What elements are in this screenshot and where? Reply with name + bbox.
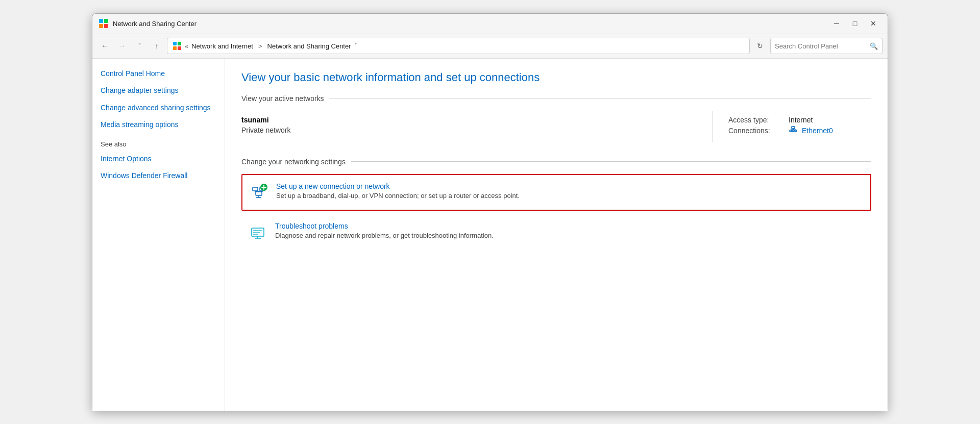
access-type-value: Internet	[789, 116, 813, 124]
address-path-chevron[interactable]: ˅	[354, 42, 357, 49]
sidebar-item-change-adapter[interactable]: Change adapter settings	[101, 86, 216, 96]
svg-rect-7	[178, 46, 181, 50]
ethernet-icon	[789, 126, 798, 135]
breadcrumb-part2: Network and Sharing Center	[267, 42, 351, 50]
window-controls: ─ □ ✕	[828, 16, 881, 31]
svg-rect-5	[178, 42, 181, 45]
setup-connection-icon	[249, 182, 269, 203]
svg-rect-3	[104, 24, 108, 28]
connections-row: Connections: Ethernet0	[728, 126, 871, 135]
forward-button[interactable]: →	[115, 39, 129, 53]
troubleshoot-title[interactable]: Troubleshoot problems	[275, 222, 348, 230]
network-name: tsunami	[241, 116, 697, 124]
sidebar-item-control-panel-home[interactable]: Control Panel Home	[101, 69, 216, 79]
refresh-button[interactable]: ↻	[753, 39, 767, 53]
dropdown-button[interactable]: ˅	[132, 39, 146, 53]
change-settings-header: Change your networking settings	[241, 158, 871, 166]
search-icon[interactable]: 🔍	[870, 42, 878, 50]
page-title: View your basic network information and …	[241, 71, 871, 84]
setup-connection-item[interactable]: Set up a new connection or network Set u…	[241, 174, 871, 211]
svg-rect-20	[253, 187, 258, 191]
svg-rect-2	[99, 24, 103, 28]
change-settings-section: Change your networking settings	[241, 158, 871, 250]
sidebar-item-change-advanced-sharing[interactable]: Change advanced sharing settings	[101, 103, 216, 113]
svg-rect-6	[173, 46, 177, 50]
sidebar-item-internet-options[interactable]: Internet Options	[101, 154, 216, 164]
troubleshoot-desc: Diagnose and repair network problems, or…	[275, 232, 865, 239]
access-type-row: Access type: Internet	[728, 116, 871, 124]
search-box: 🔍	[770, 38, 883, 54]
svg-rect-11	[792, 130, 794, 132]
svg-rect-8	[792, 127, 795, 129]
address-path-icon	[173, 41, 182, 51]
breadcrumb-separator: >	[258, 42, 262, 50]
close-button[interactable]: ✕	[865, 16, 881, 31]
svg-rect-29	[252, 228, 264, 236]
minimize-button[interactable]: ─	[828, 16, 845, 31]
active-networks-label: View your active networks	[241, 94, 324, 103]
back-button[interactable]: ←	[97, 39, 112, 53]
access-type-label: Access type:	[728, 116, 785, 124]
network-info-left: tsunami Private network	[241, 111, 697, 142]
new-connection-icon	[249, 182, 269, 203]
window-title: Network and Sharing Center	[113, 20, 828, 28]
main-window: Network and Sharing Center ─ □ ✕ ← → ˅ ↑…	[92, 13, 888, 411]
title-bar: Network and Sharing Center ─ □ ✕	[92, 14, 888, 34]
setup-connection-text: Set up a new connection or network Set u…	[276, 182, 864, 199]
setup-connection-title[interactable]: Set up a new connection or network	[276, 182, 390, 190]
content-area: View your basic network information and …	[225, 59, 888, 411]
see-also-label: See also	[101, 140, 216, 148]
sidebar-item-windows-defender[interactable]: Windows Defender Firewall	[101, 171, 216, 181]
maximize-button[interactable]: □	[847, 16, 863, 31]
network-divider	[713, 111, 713, 142]
change-settings-label: Change your networking settings	[241, 158, 346, 166]
up-button[interactable]: ↑	[150, 39, 164, 53]
active-networks-header: View your active networks	[241, 94, 871, 103]
network-info-right: Access type: Internet Connections:	[728, 111, 871, 142]
breadcrumb-part1[interactable]: Network and Internet	[191, 42, 253, 50]
svg-rect-0	[99, 19, 103, 23]
sidebar: Control Panel Home Change adapter settin…	[92, 59, 225, 411]
svg-rect-10	[790, 130, 792, 132]
troubleshoot-text: Troubleshoot problems Diagnose and repai…	[275, 222, 865, 239]
main-content: Control Panel Home Change adapter settin…	[92, 59, 888, 411]
svg-rect-12	[795, 130, 797, 132]
svg-rect-4	[173, 42, 177, 45]
troubleshoot-item[interactable]: Troubleshoot problems Diagnose and repai…	[241, 215, 871, 250]
address-path-box[interactable]: « Network and Internet > Network and Sha…	[167, 38, 750, 54]
troubleshoot-icon	[248, 222, 268, 242]
address-bar: ← → ˅ ↑ « Network and Internet > Network…	[92, 34, 888, 59]
network-type: Private network	[241, 126, 697, 134]
active-networks-panel: tsunami Private network Access type: Int…	[241, 111, 871, 142]
setup-connection-desc: Set up a broadband, dial-up, or VPN conn…	[276, 192, 864, 199]
search-input[interactable]	[775, 42, 867, 50]
title-bar-app-icon	[99, 18, 109, 29]
sidebar-item-media-streaming[interactable]: Media streaming options	[101, 120, 216, 130]
troubleshoot-icon	[248, 222, 268, 242]
connections-label: Connections:	[728, 127, 785, 135]
breadcrumb-prefix: «	[185, 42, 188, 50]
svg-rect-1	[104, 19, 108, 23]
connections-value[interactable]: Ethernet0	[802, 127, 833, 135]
